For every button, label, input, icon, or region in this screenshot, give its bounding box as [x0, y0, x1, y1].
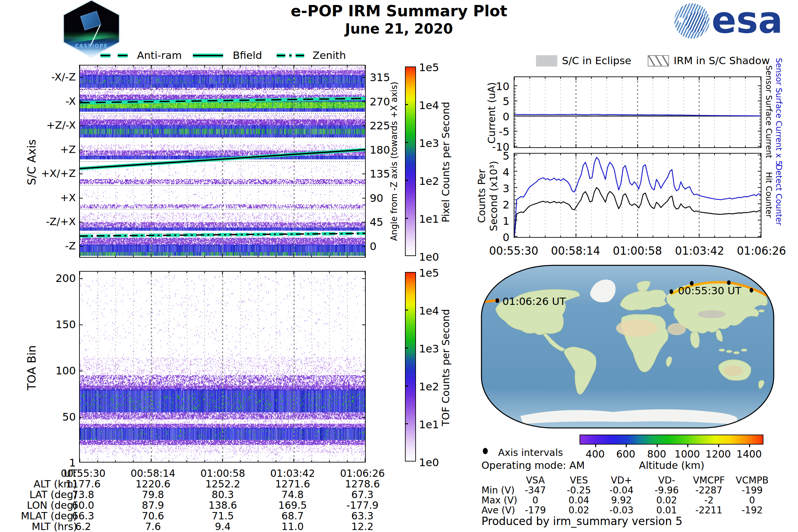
colorbar-tick-mark [405, 104, 408, 105]
altitude-tick-mark [749, 444, 750, 447]
eclipse-swatch [536, 55, 557, 66]
ephem-cell: 11.0 [259, 521, 326, 532]
current-chart [514, 77, 761, 147]
colorbar-tick-label: 1e5 [419, 61, 439, 74]
ephem-cell: 1177.6 [50, 478, 116, 490]
esa-globe-icon [674, 3, 709, 39]
colorbar-tick-mark [405, 180, 408, 181]
world-map: 00:55:30 UT01:06:26 UT [480, 264, 775, 429]
page-subtitle: June 21, 2020 [233, 21, 565, 37]
altitude-tick-mark [626, 444, 627, 447]
ephem-cell: 9.4 [190, 521, 256, 532]
sc-axis-spectrogram-canvas [80, 65, 365, 257]
shadow-label: IRM in S/C Shadow [673, 55, 770, 66]
toa-tick-label: 100 [33, 364, 76, 377]
voltage-col-header: VD+ [598, 475, 645, 486]
colorbar-tick-label: 1e2 [419, 380, 439, 393]
sc-axis-row-label: +X [13, 191, 76, 204]
voltage-cell: -9.96 [643, 485, 690, 496]
legend-label: Anti-ram [137, 49, 182, 61]
altitude-tick-label: 1400 [729, 448, 769, 460]
voltage-row-label: Min (V) [481, 485, 515, 496]
time-tick-label: 01:06:26 [725, 244, 798, 258]
altitude-tick-mark [718, 444, 719, 447]
colorbar-tick-label: 1e3 [419, 137, 439, 150]
ephem-cell: 12.2 [329, 521, 396, 532]
right-axis-label: Detect Counter [774, 95, 783, 294]
colorbar-tick-label: 1e2 [419, 175, 439, 188]
sc-axis-row-label: -X/-Z [13, 71, 76, 83]
voltage-cell: -2 [686, 495, 732, 506]
colorbar-tick-label: 1e0 [419, 456, 439, 469]
toa-tick-label: 50 [33, 411, 76, 423]
shadow-hatch-swatch [648, 55, 669, 66]
ephem-cell: -177.9 [329, 499, 396, 511]
colorbar-tick-mark [405, 347, 408, 348]
voltage-cell: 0.02 [643, 495, 690, 506]
voltage-col-header: VD- [643, 475, 690, 486]
voltage-cell: 0 [512, 495, 558, 506]
altitude-tick-mark [687, 444, 688, 447]
voltage-cell: -2211 [686, 505, 732, 516]
colorbar-tick-label: 1e0 [419, 251, 439, 263]
counts-panel [514, 153, 761, 238]
legend-label: Zenith [312, 49, 346, 61]
ephem-cell: 60.0 [50, 499, 116, 511]
ephem-cell: 1220.6 [120, 478, 186, 490]
track-start-label: 00:55:30 UT [678, 285, 742, 297]
tof-colorbar-label: TOF Counts per Second [440, 268, 452, 468]
voltage-col-header: VCMPB [729, 475, 775, 486]
voltage-cell: -199 [729, 485, 775, 496]
ephem-cell: 67.3 [329, 489, 396, 500]
ephem-cell: 00:55:30 [50, 468, 116, 479]
track-end-label: 01:06:26 UT [502, 295, 566, 307]
colorbar-tick-label: 1e5 [419, 267, 439, 279]
pixel-colorbar-label: Pixel Counts per Second [440, 62, 452, 262]
legend-sample-dashed [100, 53, 131, 58]
eclipse-label: S/C in Eclipse [562, 55, 631, 66]
ephem-cell: 169.5 [259, 499, 326, 511]
sc-axis-row-label: -Z/+X [13, 215, 76, 227]
colorbar-tick-label: 1e4 [419, 305, 439, 317]
voltage-cell: 0.01 [643, 505, 690, 516]
ephem-cell: 01:06:26 [329, 468, 396, 479]
toa-spectrogram-canvas [80, 272, 365, 462]
figure-root: CASSIOPE e-POP IRM Summary Plot June 21,… [0, 0, 798, 532]
counts-chart [514, 154, 761, 237]
sc-axis-row-label: -Z [13, 240, 76, 252]
voltage-cell: -0.25 [556, 485, 602, 496]
colorbar-tick-label: 1e1 [419, 213, 439, 225]
ephem-cell: 71.5 [190, 510, 256, 522]
angle-axis-label: Angle from -Z axis (towards +X axis) [389, 61, 399, 261]
altitude-tick-mark [595, 444, 596, 447]
sc-axis-row-label: +X/+Z [13, 167, 76, 179]
legend-label: Bfield [233, 49, 262, 61]
altitude-colorbar [580, 435, 763, 444]
ephem-cell: 79.8 [120, 489, 186, 500]
ephem-cell: 00:58:14 [120, 468, 186, 479]
sc-axis-spectrogram-panel [79, 65, 366, 258]
voltage-cell: 0 [729, 495, 775, 506]
voltage-col-header: VES [556, 475, 602, 486]
voltage-cell: -2287 [686, 485, 732, 496]
ephem-cell: 74.8 [259, 489, 326, 500]
sc-axis-row-label: +Z/-X [13, 119, 76, 131]
voltage-col-header: VSA [512, 475, 558, 486]
voltage-row-label: Ave (V) [481, 505, 515, 516]
tof-colorbar [405, 272, 416, 461]
ephem-cell: 138.6 [190, 499, 256, 511]
legend-sample-dashdot [276, 53, 307, 58]
orientation-legend: Anti-ramBfieldZenith [0, 49, 416, 63]
ephem-cell: 87.9 [120, 499, 186, 511]
ephem-cell: 66.3 [50, 510, 116, 522]
voltage-cell: 0.04 [556, 495, 602, 506]
altitude-tick-mark [657, 444, 658, 447]
colorbar-tick-mark [405, 385, 408, 386]
toa-tick-label: 200 [33, 272, 76, 285]
page-title: e-POP IRM Summary Plot [233, 2, 565, 20]
ephem-cell: 6.2 [50, 521, 116, 532]
colorbar-tick-mark [405, 142, 408, 143]
axis-intervals-label: Axis intervals [498, 447, 563, 458]
produced-by: Produced by irm_summary version 5 [481, 515, 682, 528]
ephem-cell: 01:03:42 [259, 468, 326, 479]
